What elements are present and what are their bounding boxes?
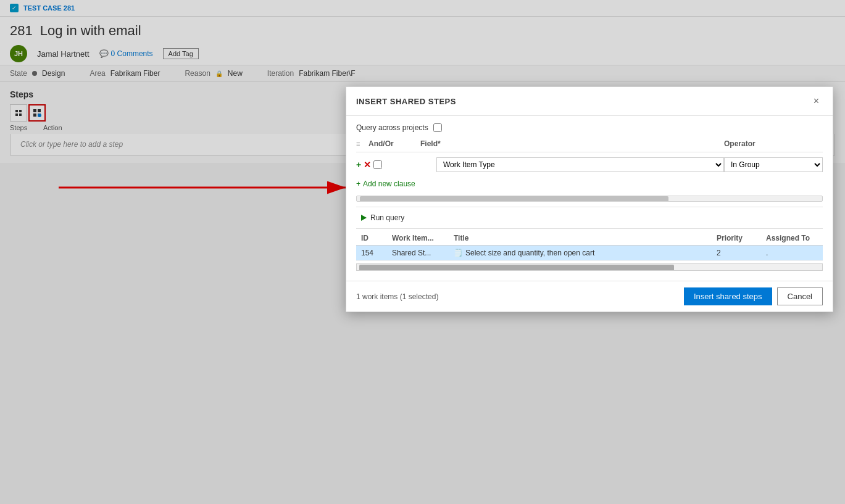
remove-clause-icon[interactable]: ✕ [364, 160, 371, 170]
operator-col-header: Operator [724, 139, 823, 148]
results-horizontal-scrollbar[interactable] [356, 263, 823, 271]
add-new-clause[interactable]: + Add new clause [356, 177, 823, 191]
col-header-title: Title [449, 231, 712, 246]
results-scroll-thumb [359, 265, 674, 271]
row-checkbox[interactable] [373, 160, 382, 169]
footer-actions: Insert shared steps Cancel [684, 287, 823, 305]
cell-priority: 2 [712, 246, 761, 261]
table-row[interactable]: 154 Shared St... 🗒️Select size and quant… [356, 246, 823, 261]
query-across-label: Query across projects [356, 123, 428, 132]
footer-status: 1 work items (1 selected) [356, 292, 438, 301]
add-clause-label: Add new clause [363, 180, 415, 188]
cell-title: 🗒️Select size and quantity, then open ca… [449, 246, 712, 261]
drag-col-header: ≡ [356, 140, 368, 147]
shared-steps-icon: 🗒️ [454, 249, 463, 257]
andor-col-header: And/Or [368, 139, 418, 148]
operator-select[interactable]: In Group [724, 157, 823, 172]
modal-title: INSERT SHARED STEPS [356, 97, 456, 106]
modal-footer: 1 work items (1 selected) Insert shared … [346, 281, 833, 312]
horizontal-scrollbar[interactable] [356, 196, 823, 202]
col-header-id: ID [356, 231, 387, 246]
field-col-header: Field* [418, 139, 724, 148]
add-clause-icon[interactable]: + [356, 160, 361, 170]
col-header-priority: Priority [712, 231, 761, 246]
query-table-header: ≡ And/Or Field* Operator [356, 139, 823, 152]
results-table: ID Work Item... Title Priority Assigned … [356, 231, 823, 261]
add-clause-plus: + [356, 180, 360, 188]
cancel-button[interactable]: Cancel [777, 287, 823, 305]
query-across-checkbox[interactable] [433, 123, 442, 132]
col-header-type: Work Item... [387, 231, 449, 246]
run-query-label: Run query [370, 213, 404, 222]
scrollbar-thumb [360, 196, 668, 202]
insert-shared-steps-modal: INSERT SHARED STEPS × Query across proje… [346, 86, 833, 312]
play-icon [361, 215, 367, 221]
field-select[interactable]: Work Item Type [436, 157, 724, 172]
run-query-section: Run query [356, 207, 823, 229]
results-container: ID Work Item... Title Priority Assigned … [356, 231, 823, 261]
run-query-button[interactable]: Run query [356, 211, 409, 225]
cell-assigned: . [761, 246, 823, 261]
cell-id: 154 [356, 246, 387, 261]
query-row: + ✕ Work Item Type In Group [356, 155, 823, 175]
row-actions: + ✕ [356, 160, 387, 170]
col-header-assigned: Assigned To [761, 231, 823, 246]
modal-header: INSERT SHARED STEPS × [346, 87, 833, 116]
insert-shared-steps-button[interactable]: Insert shared steps [684, 287, 772, 305]
modal-close-button[interactable]: × [810, 94, 823, 108]
cell-type: Shared St... [387, 246, 449, 261]
modal-body: Query across projects ≡ And/Or Field* Op… [346, 116, 833, 281]
query-options: Query across projects [356, 123, 823, 132]
